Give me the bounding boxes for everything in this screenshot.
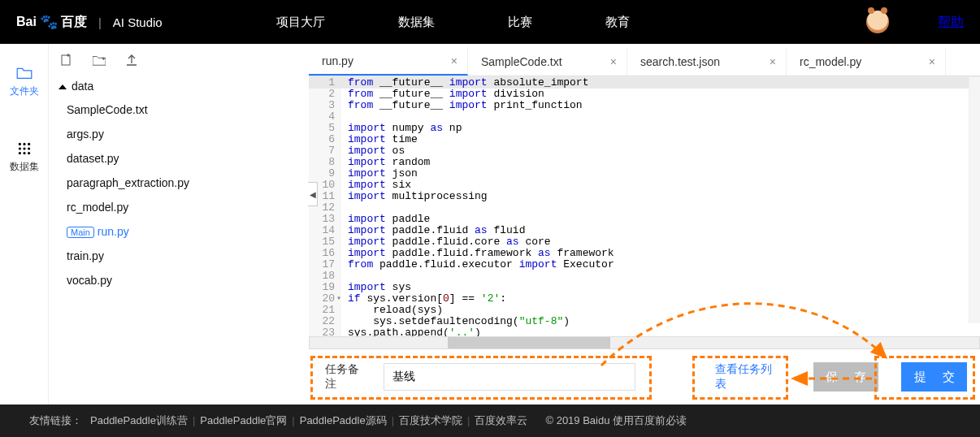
code-line[interactable]: 18	[309, 270, 980, 282]
code-line[interactable]: 17from paddle.fluid.executor import Exec…	[309, 259, 980, 270]
code-line[interactable]: 20▾if sys.version[0] == '2':	[309, 293, 980, 305]
footer-link[interactable]: PaddlePaddle官网	[200, 414, 287, 426]
nav-比赛[interactable]: 比赛	[508, 15, 532, 30]
footer-copyright: © 2019 Baidu 使用百度前必读	[545, 413, 687, 428]
main-tag: Main	[67, 227, 94, 238]
help-link[interactable]: 帮助	[938, 14, 964, 31]
file-explorer: dataSampleCode.txtargs.pydataset.pyparag…	[49, 44, 309, 405]
svg-point-7	[23, 152, 25, 154]
code-line[interactable]: 6import time	[309, 134, 980, 145]
caret-up-icon	[59, 84, 67, 89]
tab-rc_model.py[interactable]: rc_model.py×	[787, 47, 946, 76]
svg-point-0	[18, 143, 20, 145]
dir-data[interactable]: data	[57, 75, 301, 97]
tab-run.py[interactable]: run.py×	[309, 47, 468, 76]
code-line[interactable]: 16import paddle.fluid.framework as frame…	[309, 248, 980, 259]
avatar[interactable]	[866, 11, 889, 33]
svg-point-2	[28, 143, 30, 145]
file-train.py[interactable]: train.py	[57, 244, 301, 268]
code-line[interactable]: 2from __future__ import division	[309, 89, 980, 100]
code-line[interactable]: 8import random	[309, 157, 980, 168]
code-line[interactable]: 7import os	[309, 145, 980, 157]
top-nav: 项目大厅数据集比赛教育	[276, 15, 630, 30]
footer-link[interactable]: 百度效率云	[475, 414, 527, 426]
close-icon[interactable]: ×	[610, 55, 617, 68]
svg-point-4	[23, 147, 25, 149]
close-icon[interactable]: ×	[451, 54, 457, 67]
code-line[interactable]: 13import paddle	[309, 214, 980, 225]
nav-教育[interactable]: 教育	[605, 15, 630, 30]
new-folder-icon[interactable]	[93, 54, 106, 67]
file-SampleCode.txt[interactable]: SampleCode.txt	[57, 97, 301, 122]
remark-input[interactable]	[384, 363, 635, 391]
collapse-sidebar-icon[interactable]: ◀	[308, 182, 318, 206]
code-line[interactable]: 5import numpy as np	[309, 123, 980, 134]
folder-icon	[16, 67, 33, 80]
upload-icon[interactable]	[125, 54, 138, 67]
code-line[interactable]: 14import paddle.fluid as fluid	[309, 225, 980, 236]
file-paragraph_extraction.py[interactable]: paragraph_extraction.py	[57, 171, 301, 195]
footer-link[interactable]: PaddlePaddle源码	[300, 414, 387, 426]
view-task-list-link[interactable]: 查看任务列表	[710, 359, 783, 395]
editor-tabs: run.py×SampleCode.txt×search.test.json×r…	[309, 47, 980, 76]
editor-area: ◀ run.py×SampleCode.txt×search.test.json…	[309, 44, 980, 405]
top-header: Bai🐾百度 | AI Studio 项目大厅数据集比赛教育 帮助	[0, 0, 980, 44]
new-file-icon[interactable]	[60, 54, 73, 67]
code-line[interactable]: 21 reload(sys)	[309, 305, 980, 316]
file-toolbar	[49, 49, 309, 75]
code-line[interactable]: 15import paddle.fluid.core as core	[309, 236, 980, 248]
code-line[interactable]: 10import six	[309, 180, 980, 191]
code-line[interactable]: 22 sys.setdefaultencoding("utf-8")	[309, 316, 980, 327]
rail-files[interactable]: 文件夹	[0, 60, 48, 111]
svg-point-3	[18, 147, 20, 149]
code-line[interactable]: 19import sys	[309, 282, 980, 293]
close-icon[interactable]: ×	[770, 55, 776, 68]
code-line[interactable]: 11import multiprocessing	[309, 191, 980, 202]
save-button[interactable]: 保 存	[813, 362, 879, 392]
nav-项目大厅[interactable]: 项目大厅	[276, 15, 325, 30]
file-args.py[interactable]: args.py	[57, 122, 301, 146]
grid-icon	[16, 142, 33, 155]
code-editor[interactable]: 1from __future__ import absolute_import2…	[309, 76, 980, 336]
file-rc_model.py[interactable]: rc_model.py	[57, 195, 301, 219]
paw-icon: 🐾	[40, 13, 58, 31]
footer-label: 友情链接：	[29, 413, 82, 428]
horizontal-scrollbar[interactable]	[309, 336, 980, 349]
tab-SampleCode.txt[interactable]: SampleCode.txt×	[468, 47, 627, 76]
code-line[interactable]: 3from __future__ import print_function	[309, 100, 980, 111]
code-line[interactable]: 4	[309, 111, 980, 123]
svg-point-6	[18, 152, 20, 154]
nav-数据集[interactable]: 数据集	[398, 15, 435, 30]
task-action-bar: 任务备注 查看任务列表 保 存 提 交	[309, 349, 980, 405]
close-icon[interactable]: ×	[929, 55, 935, 68]
tab-search.test.json[interactable]: search.test.json×	[627, 47, 787, 76]
code-line[interactable]: 23sys.path.append('..')	[309, 327, 980, 336]
footer: 友情链接： PaddlePaddle训练营|PaddlePaddle官网|Pad…	[0, 405, 980, 437]
svg-point-8	[28, 152, 30, 154]
logo-area[interactable]: Bai🐾百度 | AI Studio	[16, 13, 163, 31]
code-line[interactable]: 12	[309, 202, 980, 214]
studio-label: AI Studio	[113, 15, 163, 29]
file-vocab.py[interactable]: vocab.py	[57, 268, 301, 292]
code-line[interactable]: 9import json	[309, 168, 980, 180]
file-dataset.py[interactable]: dataset.py	[57, 146, 301, 171]
file-run.py[interactable]: Mainrun.py	[57, 219, 301, 244]
svg-point-1	[23, 143, 25, 145]
svg-point-5	[28, 147, 30, 149]
rail-datasets[interactable]: 数据集	[0, 136, 48, 187]
left-rail: 文件夹 数据集	[0, 44, 49, 405]
code-line[interactable]: 1from __future__ import absolute_import	[309, 77, 980, 89]
footer-link[interactable]: PaddlePaddle训练营	[90, 414, 188, 426]
remark-label: 任务备注	[322, 362, 374, 392]
vertical-scrollbar[interactable]	[969, 77, 980, 323]
submit-button[interactable]: 提 交	[901, 362, 967, 392]
footer-link[interactable]: 百度技术学院	[399, 414, 462, 426]
